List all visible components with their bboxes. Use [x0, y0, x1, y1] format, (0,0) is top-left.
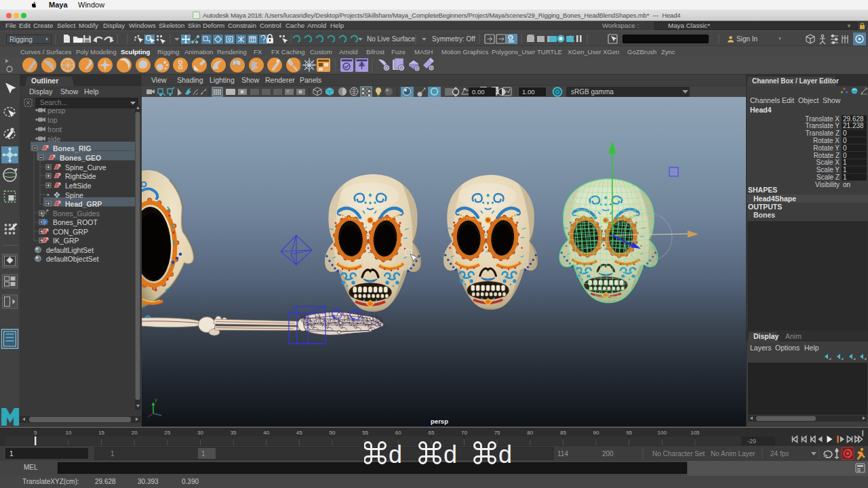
svg-text:95: 95 — [626, 430, 632, 436]
svg-text:Bones: Bones — [753, 211, 775, 219]
svg-text:Bones_RIG: Bones_RIG — [53, 144, 92, 152]
svg-text:200: 200 — [602, 450, 614, 458]
svg-text:0: 0 — [843, 137, 847, 144]
svg-text:10: 10 — [65, 430, 71, 436]
svg-text:Bones_ROOT: Bones_ROOT — [53, 218, 98, 226]
svg-text:d: d — [498, 441, 512, 468]
svg-text:29.628: 29.628 — [843, 115, 864, 123]
svg-text:side: side — [47, 135, 60, 143]
svg-text:Channels: Channels — [750, 96, 780, 104]
svg-text:5: 5 — [34, 430, 37, 436]
svg-text:Show: Show — [60, 87, 79, 96]
svg-text:Options: Options — [775, 344, 800, 352]
svg-text:1.00: 1.00 — [522, 88, 535, 96]
svg-text:Edit: Edit — [782, 96, 794, 104]
svg-text:-29: -29 — [747, 438, 756, 445]
svg-text:Bones_Guides: Bones_Guides — [53, 209, 100, 218]
svg-text:60: 60 — [395, 430, 401, 436]
svg-text:Show: Show — [823, 96, 841, 104]
svg-text:Bones_GEO: Bones_GEO — [60, 154, 101, 162]
svg-text:sRGB gamma: sRGB gamma — [571, 88, 614, 96]
svg-text:IK_GRP: IK_GRP — [53, 237, 79, 245]
svg-text:25: 25 — [164, 430, 170, 436]
svg-text:OUTPUTS: OUTPUTS — [748, 203, 782, 211]
svg-text:defaultLightSet: defaultLightSet — [46, 246, 94, 254]
svg-text:persp: persp — [431, 418, 448, 425]
svg-text:Display: Display — [753, 332, 779, 340]
svg-text:45: 45 — [296, 430, 302, 436]
svg-text:1: 1 — [843, 159, 847, 166]
svg-text:Search...: Search... — [40, 99, 67, 106]
svg-text:Anim: Anim — [785, 332, 802, 340]
svg-text:persp: persp — [47, 106, 65, 115]
svg-text:No Character Set: No Character Set — [652, 450, 705, 458]
svg-text:90: 90 — [593, 430, 599, 436]
svg-text:Head_GRP: Head_GRP — [65, 200, 102, 208]
svg-text:No Anim Layer: No Anim Layer — [711, 450, 755, 458]
svg-text:on: on — [843, 181, 850, 188]
svg-text:Object: Object — [798, 96, 818, 104]
svg-text:Scale Z: Scale Z — [816, 174, 840, 181]
svg-text:Translate Y: Translate Y — [805, 122, 840, 129]
svg-text:Scale X: Scale X — [816, 159, 840, 166]
svg-text:Help: Help — [804, 344, 819, 352]
svg-text:50: 50 — [330, 430, 336, 436]
svg-text:80: 80 — [527, 430, 533, 436]
svg-text:21.238: 21.238 — [843, 122, 864, 129]
svg-text:front: front — [47, 125, 62, 134]
svg-text:35: 35 — [231, 430, 237, 436]
svg-text:Rotate Z: Rotate Z — [814, 152, 840, 159]
svg-text:Spine_Curve: Spine_Curve — [65, 163, 106, 171]
svg-text:Spine: Spine — [65, 191, 83, 199]
svg-text:Head4Shape: Head4Shape — [753, 195, 796, 203]
svg-text:Translate Z: Translate Z — [806, 129, 840, 137]
svg-text:24 fps: 24 fps — [770, 450, 789, 458]
svg-text:y: y — [155, 396, 157, 403]
svg-text:0: 0 — [843, 144, 847, 152]
svg-text:d: d — [389, 441, 402, 468]
svg-text:55: 55 — [362, 430, 368, 436]
svg-text:Help: Help — [84, 87, 99, 96]
svg-text:0: 0 — [843, 152, 847, 159]
svg-text:Layers: Layers — [750, 344, 772, 352]
svg-text:Translate X: Translate X — [805, 115, 840, 123]
svg-text:1: 1 — [201, 450, 205, 458]
svg-text:Channel Box / Layer Editor: Channel Box / Layer Editor — [752, 77, 839, 85]
svg-text:Scale Y: Scale Y — [816, 166, 840, 174]
svg-text:0.00: 0.00 — [472, 88, 485, 96]
svg-text:defaultObjectSet: defaultObjectSet — [46, 255, 99, 263]
svg-text:CON_GRP: CON_GRP — [53, 228, 88, 236]
svg-text:70: 70 — [461, 430, 467, 436]
svg-text:20: 20 — [132, 430, 138, 436]
svg-text:Outliner: Outliner — [31, 77, 58, 85]
svg-text:1: 1 — [843, 166, 847, 174]
svg-text:30: 30 — [197, 430, 203, 436]
svg-text:Head4: Head4 — [750, 106, 772, 114]
svg-text:85: 85 — [560, 430, 566, 436]
svg-text:1: 1 — [843, 174, 847, 181]
svg-text:Display: Display — [29, 87, 53, 96]
svg-text:15: 15 — [98, 430, 104, 436]
svg-text:d: d — [443, 441, 457, 468]
svg-text:114: 114 — [557, 450, 568, 458]
svg-text:SHAPES: SHAPES — [748, 186, 777, 194]
svg-text:75: 75 — [494, 430, 500, 436]
svg-text:65: 65 — [428, 430, 434, 436]
svg-text:RightSide: RightSide — [65, 172, 96, 180]
svg-text:LeftSide: LeftSide — [65, 182, 92, 190]
svg-text:1: 1 — [111, 450, 115, 458]
svg-text:40: 40 — [263, 430, 269, 436]
svg-text:100: 100 — [658, 430, 667, 436]
svg-text:Rotate X: Rotate X — [813, 137, 840, 144]
svg-text:Rotate Y: Rotate Y — [813, 144, 840, 152]
svg-text:1: 1 — [9, 450, 14, 458]
svg-text:0: 0 — [843, 129, 847, 137]
svg-text:Visibility: Visibility — [815, 181, 840, 188]
svg-text:105: 105 — [690, 430, 700, 436]
svg-text:top: top — [47, 116, 58, 124]
